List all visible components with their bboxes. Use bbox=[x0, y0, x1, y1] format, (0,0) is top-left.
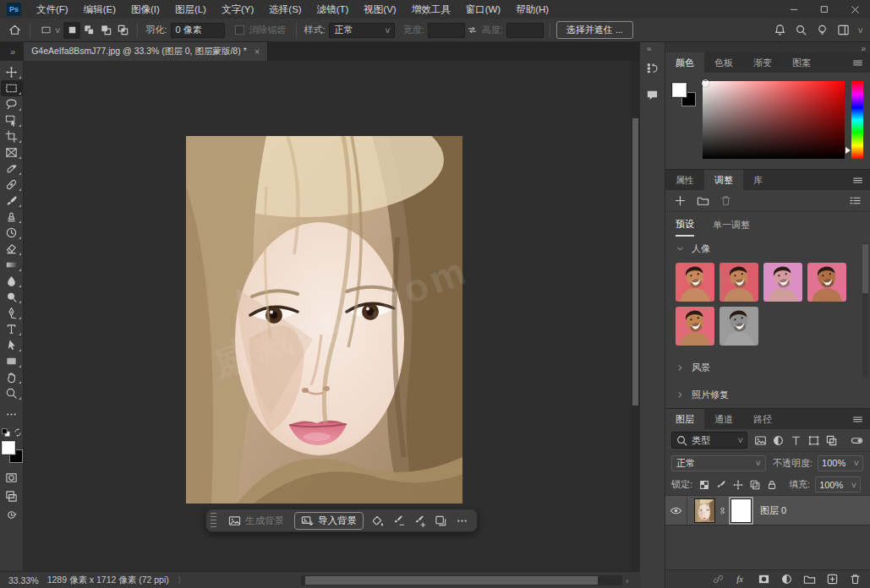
menu-item-4[interactable]: 文字(Y) bbox=[214, 0, 261, 19]
healing-brush-tool[interactable] bbox=[1, 177, 23, 193]
preset-thumbnail-3[interactable] bbox=[807, 263, 846, 302]
height-input[interactable] bbox=[506, 23, 544, 38]
path-select-tool[interactable] bbox=[1, 337, 23, 353]
menu-item-7[interactable]: 视图(V) bbox=[356, 0, 403, 19]
more-tools-icon[interactable] bbox=[1, 406, 23, 422]
clone-stamp-tool[interactable] bbox=[1, 209, 23, 225]
color-tab-1[interactable]: 色板 bbox=[704, 52, 743, 73]
lock-all-icon[interactable] bbox=[765, 477, 779, 493]
delete-icon[interactable] bbox=[720, 194, 732, 207]
rectangle-tool[interactable] bbox=[1, 353, 23, 369]
comments-panel-icon[interactable] bbox=[643, 84, 663, 105]
brush-plus-icon[interactable] bbox=[410, 511, 429, 530]
collapse-dock-icon[interactable]: « bbox=[647, 44, 651, 53]
new-group-icon[interactable] bbox=[697, 194, 709, 207]
adjustments-tab-0[interactable]: 属性 bbox=[665, 170, 704, 190]
home-icon[interactable] bbox=[5, 21, 24, 40]
filter-smart-icon[interactable] bbox=[823, 433, 839, 448]
discover-lightbulb-icon[interactable] bbox=[816, 24, 829, 36]
foreground-color-swatch[interactable] bbox=[2, 441, 15, 455]
menu-item-5[interactable]: 选择(S) bbox=[261, 0, 309, 19]
workspace-switcher-icon[interactable] bbox=[837, 24, 850, 36]
filter-adjustment-icon[interactable] bbox=[770, 433, 785, 448]
style-select[interactable]: 正常˅ bbox=[329, 23, 395, 38]
color-tab-0[interactable]: 颜色 bbox=[665, 52, 704, 73]
preset-thumbnail-0[interactable] bbox=[676, 263, 714, 302]
layers-tab-2[interactable]: 路径 bbox=[743, 409, 782, 429]
lasso-tool[interactable] bbox=[1, 96, 23, 112]
brush-minus-icon[interactable] bbox=[389, 511, 408, 530]
eraser-tool[interactable] bbox=[1, 241, 23, 257]
preset-section-1[interactable]: 风景 bbox=[665, 354, 870, 381]
add-adjustment-icon[interactable] bbox=[674, 194, 687, 207]
type-tool[interactable] bbox=[1, 321, 23, 337]
maximize-button[interactable] bbox=[809, 0, 840, 19]
lock-pixels-icon[interactable] bbox=[714, 477, 728, 493]
blur-tool[interactable] bbox=[1, 273, 23, 289]
preset-section-2[interactable]: 照片修复 bbox=[665, 381, 870, 408]
gradient-tool[interactable] bbox=[1, 257, 23, 273]
preset-thumbnail-2[interactable] bbox=[763, 263, 802, 302]
saturation-brightness-field[interactable] bbox=[703, 81, 845, 159]
menu-item-1[interactable]: 编辑(E) bbox=[76, 0, 123, 19]
lock-transparent-icon[interactable] bbox=[698, 477, 711, 493]
pen-tool[interactable] bbox=[1, 305, 23, 321]
lock-position-icon[interactable] bbox=[731, 477, 745, 493]
preset-thumbnail-4[interactable] bbox=[676, 307, 714, 346]
canvas-horizontal-scrollbar[interactable] bbox=[301, 575, 622, 585]
new-layer-icon[interactable] bbox=[824, 572, 840, 587]
layer-filter-select[interactable]: 类型 ˅ bbox=[671, 432, 747, 449]
tab-overflow-icon[interactable]: » bbox=[10, 46, 15, 57]
swap-dimensions-icon[interactable] bbox=[465, 21, 480, 40]
tab-close-icon[interactable]: × bbox=[254, 46, 260, 57]
select-and-mask-button[interactable]: 选择并遮住 ... bbox=[556, 21, 633, 39]
document-tab[interactable]: G4eAeIfa8BsmJ77.jpg @ 33.3% (图层 0, 图层蒙版/… bbox=[24, 42, 268, 61]
lock-artboard-icon[interactable] bbox=[748, 477, 762, 493]
rect-marquee-tool[interactable] bbox=[1, 80, 23, 96]
dodge-tool[interactable] bbox=[1, 289, 23, 305]
sync-settings-icon[interactable] bbox=[1, 505, 23, 524]
more-dots-icon[interactable] bbox=[452, 511, 471, 530]
layer-name[interactable]: 图层 0 bbox=[760, 504, 786, 517]
new-selection-mode[interactable] bbox=[63, 22, 80, 39]
menu-item-2[interactable]: 图像(I) bbox=[123, 0, 167, 19]
zoom-level[interactable]: 33.33% bbox=[8, 575, 39, 585]
layers-tab-1[interactable]: 通道 bbox=[704, 409, 743, 429]
color-tab-2[interactable]: 渐变 bbox=[743, 52, 782, 73]
eyedropper-tool[interactable] bbox=[1, 161, 23, 177]
canvas-vertical-scrollbar[interactable] bbox=[631, 61, 640, 571]
fill-bucket-icon[interactable] bbox=[368, 511, 386, 530]
antialias-checkbox[interactable] bbox=[235, 25, 244, 35]
opacity-select[interactable]: 100%˅ bbox=[818, 455, 863, 471]
panel-menu-icon[interactable] bbox=[852, 57, 863, 68]
adjustments-subtab-0[interactable]: 预设 bbox=[676, 213, 694, 237]
hue-slider-marker[interactable] bbox=[845, 147, 851, 154]
color-cursor[interactable] bbox=[702, 79, 709, 87]
menu-item-10[interactable]: 帮助(H) bbox=[508, 0, 556, 19]
frame-tool[interactable] bbox=[1, 144, 23, 161]
blend-mode-select[interactable]: 正常˅ bbox=[671, 455, 766, 471]
canvas-area[interactable]: 威藏ase.com 生成背景 导入背景 bbox=[24, 61, 640, 571]
menu-item-0[interactable]: 文件(F) bbox=[29, 0, 76, 19]
swap-colors-icon[interactable] bbox=[13, 427, 23, 438]
status-chevron-icon[interactable]: 〉 bbox=[178, 574, 187, 586]
layer-mask-thumbnail[interactable] bbox=[730, 498, 752, 523]
delete-layer-icon[interactable] bbox=[847, 572, 862, 587]
new-adjustment-icon[interactable] bbox=[779, 572, 794, 587]
preset-thumbnail-1[interactable] bbox=[720, 263, 758, 302]
new-group-icon[interactable] bbox=[802, 572, 817, 587]
layer-thumbnail[interactable] bbox=[694, 498, 715, 523]
hand-tool[interactable] bbox=[1, 369, 23, 385]
feather-input[interactable]: 0 像素 bbox=[171, 23, 225, 38]
taskbar-drag-handle[interactable] bbox=[211, 513, 216, 528]
subtract-selection-mode[interactable] bbox=[97, 22, 114, 39]
panel-menu-icon[interactable] bbox=[852, 414, 863, 425]
filter-type-icon[interactable] bbox=[788, 433, 803, 448]
zoom-tool[interactable] bbox=[1, 385, 23, 401]
quick-mask-icon[interactable] bbox=[1, 468, 23, 487]
adjustments-subtab-1[interactable]: 单一调整 bbox=[713, 214, 750, 236]
width-input[interactable] bbox=[428, 23, 465, 38]
hue-slider[interactable] bbox=[851, 81, 863, 159]
layer-row[interactable]: 图层 0 bbox=[665, 496, 870, 525]
properties-icon[interactable] bbox=[431, 511, 450, 530]
